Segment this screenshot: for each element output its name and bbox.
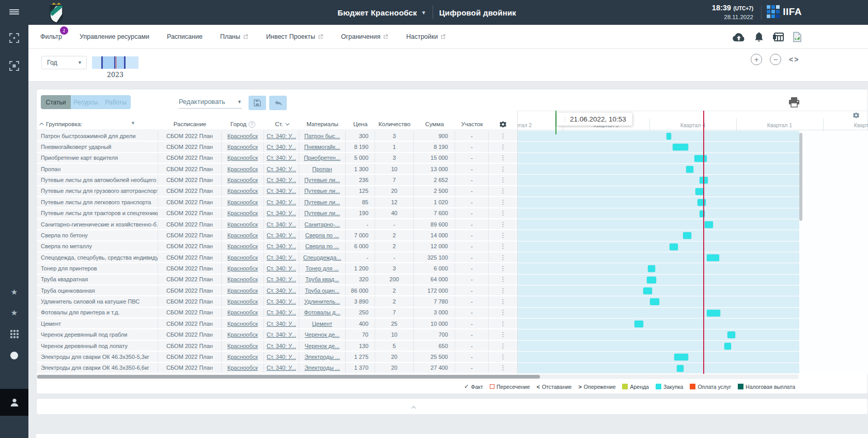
tab-active[interactable]: Статьи	[41, 95, 71, 109]
row-menu-icon[interactable]: ⋮	[489, 363, 517, 373]
table-row[interactable]: Спецодежда, спецобувь, средства индивиду…	[37, 252, 517, 263]
cell-st-link[interactable]: Ст. 340: У...	[264, 252, 299, 262]
row-menu-icon[interactable]: ⋮	[489, 197, 517, 207]
edit-mode-select[interactable]: Редактировать ▼	[179, 98, 242, 109]
expand-horizontal-icon[interactable]: <>	[789, 55, 799, 64]
cell-material-link[interactable]: Электроды ...	[299, 352, 346, 361]
row-menu-icon[interactable]: ⋮	[489, 329, 517, 339]
cell-city-link[interactable]: Краснообск	[222, 252, 264, 262]
table-row[interactable]: Путевые листы для автомобилей необщего .…	[37, 175, 517, 186]
zoom-in-icon[interactable]: +	[751, 54, 762, 65]
cell-city-link[interactable]: Краснообск	[222, 241, 264, 251]
row-menu-icon[interactable]: ⋮	[489, 164, 517, 174]
column-header-materials[interactable]: Материалы	[299, 118, 346, 130]
cell-st-link[interactable]: Ст. 340: У...	[264, 142, 299, 152]
cell-st-link[interactable]: Ст. 340: У...	[264, 263, 299, 273]
menu-item[interactable]: Управление ресурсами	[80, 33, 149, 40]
cell-material-link[interactable]: Пропан	[299, 164, 346, 174]
gantt-bar-purchase[interactable]	[670, 244, 678, 250]
table-row[interactable]: Сверла по металлуСБОМ 2022 ПланКраснообс…	[37, 241, 517, 252]
row-menu-icon[interactable]: ⋮	[489, 208, 517, 218]
row-menu-icon[interactable]: ⋮	[489, 219, 517, 229]
period-mode-select[interactable]: Год ▼	[41, 56, 87, 69]
table-row[interactable]: Приобретение карт водителяСБОМ 2022 План…	[37, 153, 517, 164]
cell-st-link[interactable]: Ст. 340: У...	[264, 275, 299, 284]
cell-material-link[interactable]: Фотовалы д...	[299, 308, 346, 318]
cell-material-link[interactable]: Санитарно-...	[299, 219, 346, 229]
cell-material-link[interactable]: Тонер для ...	[299, 263, 346, 273]
table-row[interactable]: Черенок деревянный под лопатуСБОМ 2022 П…	[37, 341, 517, 352]
scan-icon[interactable]	[0, 61, 28, 71]
circle-icon[interactable]	[0, 352, 28, 359]
cell-st-link[interactable]: Ст. 340: У...	[264, 308, 299, 318]
row-menu-icon[interactable]: ⋮	[489, 252, 517, 262]
table-row[interactable]: Труба оцинкованнаяСБОМ 2022 ПланКраснооб…	[37, 285, 517, 296]
gantt-bar-purchase[interactable]	[727, 331, 735, 338]
cell-material-link[interactable]: Труба квад...	[299, 275, 346, 284]
gantt-bar-purchase[interactable]	[698, 199, 706, 206]
row-menu-icon[interactable]: ⋮	[489, 275, 517, 284]
cell-city-link[interactable]: Краснообск	[222, 275, 264, 284]
cell-material-link[interactable]: Путевые ли...	[299, 186, 346, 196]
row-menu-icon[interactable]: ⋮	[489, 263, 517, 273]
menu-item[interactable]: Настройки	[406, 33, 446, 40]
app-title[interactable]: Бюджет Краснообск	[337, 8, 417, 17]
gantt-bar-purchase[interactable]	[674, 354, 688, 360]
menu-item[interactable]: Расписание	[167, 33, 203, 40]
save-button[interactable]	[249, 96, 266, 110]
gantt-bar-purchase[interactable]	[686, 166, 693, 173]
cell-city-link[interactable]: Краснообск	[222, 352, 264, 361]
table-row[interactable]: ЦементСБОМ 2022 ПланКраснообскСт. 340: У…	[37, 319, 517, 329]
table-row[interactable]: Санитарно-гигиенические и хозяйственно-б…	[37, 219, 517, 230]
gantt-bar-purchase[interactable]	[648, 265, 655, 272]
menu-item[interactable]: Ограничения	[341, 33, 389, 40]
range-handle-right[interactable]	[124, 56, 126, 69]
cell-city-link[interactable]: Краснообск	[222, 319, 264, 328]
menu-item[interactable]: Планы	[220, 33, 249, 40]
cell-st-link[interactable]: Ст. 340: У...	[264, 329, 299, 339]
cell-city-link[interactable]: Краснообск	[222, 219, 264, 229]
cell-city-link[interactable]: Краснообск	[222, 363, 264, 373]
cell-st-link[interactable]: Ст. 340: У...	[264, 363, 299, 373]
cell-st-link[interactable]: Ст. 340: У...	[264, 208, 299, 218]
menu-icon[interactable]	[0, 8, 28, 16]
cell-material-link[interactable]: Цемент	[299, 319, 346, 328]
table-row[interactable]: Электроды для сварки ОК 46.3х350-6,6кгСБ…	[37, 363, 517, 374]
cell-st-link[interactable]: Ст. 340: У...	[264, 319, 299, 328]
tab-inactive[interactable]: Ресурсы	[71, 95, 101, 109]
row-menu-icon[interactable]: ⋮	[489, 341, 517, 351]
cell-st-link[interactable]: Ст. 340: У...	[264, 197, 299, 207]
cell-st-link[interactable]: Ст. 340: У...	[264, 175, 299, 185]
cell-material-link[interactable]: Сверла по ...	[299, 230, 346, 240]
gantt-bar-purchase[interactable]	[695, 188, 704, 195]
cell-st-link[interactable]: Ст. 340: У...	[264, 219, 299, 229]
column-header-st[interactable]: Ст.	[264, 118, 299, 130]
cell-material-link[interactable]: Труба оцин...	[299, 285, 346, 295]
cell-city-link[interactable]: Краснообск	[222, 296, 264, 306]
help-icon[interactable]: ?	[249, 121, 255, 128]
row-menu-icon[interactable]: ⋮	[489, 230, 517, 240]
column-header-city[interactable]: Город ?	[222, 118, 264, 130]
gantt-bar-purchase[interactable]	[667, 133, 671, 140]
table-row[interactable]: Пневмогайковерт ударныйСБОМ 2022 ПланКра…	[37, 142, 517, 153]
table-row[interactable]: Черенок деревянный под граблиСБОМ 2022 П…	[37, 329, 517, 340]
table-row[interactable]: Труба квадратнаяСБОМ 2022 ПланКраснообск…	[37, 275, 517, 285]
table-row[interactable]: Удлинитель силовой на катушке ПВССБОМ 20…	[37, 296, 517, 307]
star-icon[interactable]: ★	[0, 288, 28, 297]
print-icon[interactable]	[788, 97, 800, 108]
column-header-sum[interactable]: Сумма	[414, 118, 455, 130]
upload-cloud-icon[interactable]	[732, 32, 746, 42]
column-header-qty[interactable]: Количество	[375, 118, 414, 130]
cell-material-link[interactable]: Электроды ...	[299, 363, 346, 373]
gantt-bar-purchase[interactable]	[677, 365, 684, 372]
row-menu-icon[interactable]: ⋮	[489, 175, 517, 185]
gantt-bar-purchase[interactable]	[694, 155, 707, 162]
gantt-bar-purchase[interactable]	[673, 144, 688, 150]
cell-city-link[interactable]: Краснообск	[222, 142, 264, 152]
column-header-group[interactable]: Группировка:	[37, 118, 158, 130]
table-row[interactable]: Электроды для сварки ОК 46.3х350-5,3кгСБ…	[37, 352, 517, 363]
table-row[interactable]: Патрон быстрозажимной для дрелиСБОМ 2022…	[37, 131, 517, 142]
row-menu-icon[interactable]: ⋮	[489, 308, 517, 318]
cell-material-link[interactable]: Черенок де...	[299, 329, 346, 339]
cell-city-link[interactable]: Краснообск	[222, 329, 264, 339]
